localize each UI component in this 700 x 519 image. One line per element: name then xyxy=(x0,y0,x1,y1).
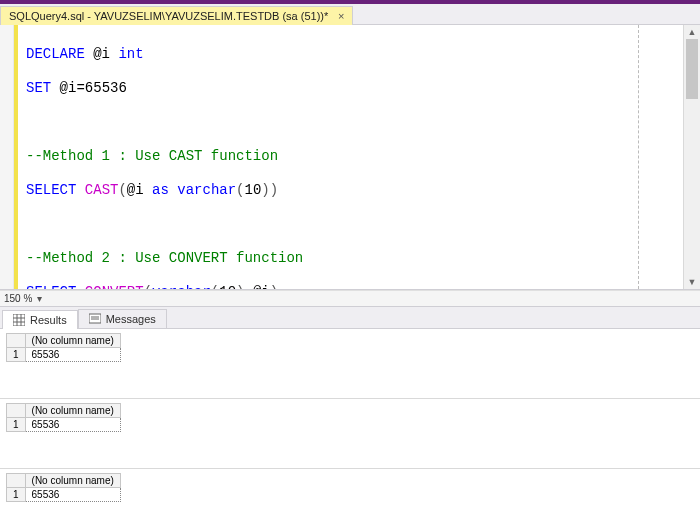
result-grid[interactable]: (No column name) 1 65536 xyxy=(6,403,121,432)
result-grid[interactable]: (No column name) 1 65536 xyxy=(6,333,121,362)
grid-corner xyxy=(7,334,26,348)
column-header[interactable]: (No column name) xyxy=(25,474,120,488)
row-index: 1 xyxy=(7,488,26,502)
grid-corner xyxy=(7,404,26,418)
results-grid-icon xyxy=(13,314,25,326)
document-tab-bar: SQLQuery4.sql - YAVUZSELIM\YAVUZSELIM.TE… xyxy=(0,4,700,25)
result-set-2: (No column name) 1 65536 xyxy=(0,399,700,469)
cell-value[interactable]: 65536 xyxy=(25,418,120,432)
tab-results[interactable]: Results xyxy=(2,310,78,329)
results-tab-strip: Results Messages xyxy=(0,307,700,329)
editor-gutter xyxy=(0,25,14,289)
code-content[interactable]: DECLARE @i int SET @i=65536 --Method 1 :… xyxy=(18,25,683,289)
close-icon[interactable]: × xyxy=(334,9,348,23)
code-editor[interactable]: DECLARE @i int SET @i=65536 --Method 1 :… xyxy=(0,25,700,290)
document-tab[interactable]: SQLQuery4.sql - YAVUZSELIM\YAVUZSELIM.TE… xyxy=(0,6,353,25)
result-grid[interactable]: (No column name) 1 65536 xyxy=(6,473,121,502)
row-index: 1 xyxy=(7,418,26,432)
scroll-up-icon[interactable]: ▲ xyxy=(684,25,700,39)
messages-icon xyxy=(89,313,101,325)
table-row[interactable]: 1 65536 xyxy=(7,488,121,502)
row-index: 1 xyxy=(7,348,26,362)
tab-messages-label: Messages xyxy=(106,313,156,325)
column-header[interactable]: (No column name) xyxy=(25,334,120,348)
tab-messages[interactable]: Messages xyxy=(78,309,167,328)
table-row[interactable]: 1 65536 xyxy=(7,418,121,432)
result-set-3: (No column name) 1 65536 xyxy=(0,469,700,519)
document-tab-title: SQLQuery4.sql - YAVUZSELIM\YAVUZSELIM.TE… xyxy=(9,10,328,22)
result-set-1: (No column name) 1 65536 xyxy=(0,329,700,399)
vertical-scrollbar[interactable]: ▲ ▼ xyxy=(683,25,700,289)
grid-corner xyxy=(7,474,26,488)
chevron-down-icon[interactable]: ▾ xyxy=(34,293,44,304)
column-header[interactable]: (No column name) xyxy=(25,404,120,418)
zoom-bar: 150 % ▾ xyxy=(0,290,700,307)
svg-rect-0 xyxy=(13,314,25,326)
table-row[interactable]: 1 65536 xyxy=(7,348,121,362)
cell-value[interactable]: 65536 xyxy=(25,488,120,502)
scroll-thumb[interactable] xyxy=(686,39,698,99)
cell-value[interactable]: 65536 xyxy=(25,348,120,362)
scroll-down-icon[interactable]: ▼ xyxy=(684,275,700,289)
tab-results-label: Results xyxy=(30,314,67,326)
results-pane[interactable]: (No column name) 1 65536 (No column name… xyxy=(0,329,700,519)
right-margin-guide xyxy=(638,25,639,289)
zoom-level: 150 % xyxy=(4,293,32,304)
